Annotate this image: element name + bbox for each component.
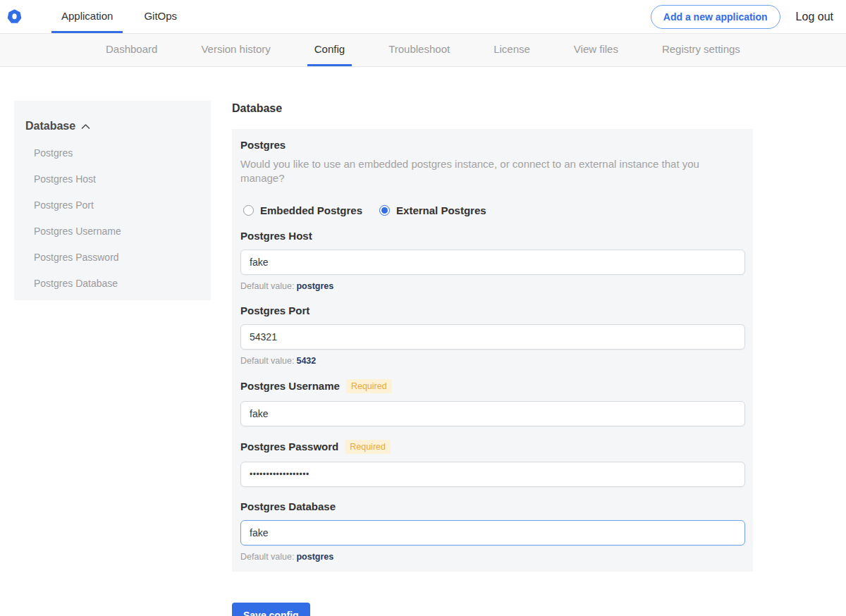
app-subnav: Dashboard Version history Config Trouble… bbox=[0, 34, 846, 67]
field-postgres-username: Postgres Username Required bbox=[240, 379, 744, 426]
field-label: Postgres Port bbox=[240, 304, 309, 316]
radio-unchecked-icon bbox=[243, 205, 254, 216]
group-description: Would you like to use an embedded postgr… bbox=[240, 157, 744, 186]
radio-checked-icon bbox=[379, 205, 390, 216]
save-config-button[interactable]: Save config bbox=[232, 603, 310, 616]
radio-embedded-postgres-label: Embedded Postgres bbox=[260, 204, 362, 216]
field-postgres-password: Postgres Password Required bbox=[240, 440, 744, 487]
required-badge: Required bbox=[345, 440, 391, 454]
sidebar-item-postgres-password[interactable]: Postgres Password bbox=[34, 252, 200, 263]
subnav-item-dashboard[interactable]: Dashboard bbox=[99, 34, 164, 66]
config-sidebar: Database Postgres Postgres Host Postgres… bbox=[14, 101, 211, 300]
radio-external-postgres[interactable]: External Postgres bbox=[379, 204, 486, 216]
header-right: Add a new application Log out bbox=[651, 0, 846, 33]
app-logo[interactable] bbox=[7, 0, 32, 33]
subnav-item-view-files[interactable]: View files bbox=[567, 34, 625, 66]
sidebar-item-postgres-port[interactable]: Postgres Port bbox=[34, 199, 200, 211]
sidebar-item-postgres-host[interactable]: Postgres Host bbox=[34, 173, 200, 185]
default-value-note: Default value:postgres bbox=[240, 552, 744, 562]
tab-gitops[interactable]: GitOps bbox=[134, 0, 187, 33]
subnav-item-license[interactable]: License bbox=[486, 34, 537, 66]
field-label: Postgres Host bbox=[240, 230, 312, 242]
field-postgres-port: Postgres Port Default value:5432 bbox=[240, 304, 744, 366]
field-label: Postgres Username bbox=[240, 380, 340, 392]
sidebar-item-postgres[interactable]: Postgres bbox=[34, 147, 200, 159]
tab-application[interactable]: Application bbox=[51, 0, 123, 33]
radio-embedded-postgres[interactable]: Embedded Postgres bbox=[243, 204, 362, 216]
group-name: Postgres bbox=[240, 139, 744, 151]
chevron-up-icon bbox=[81, 123, 90, 130]
sidebar-item-postgres-database[interactable]: Postgres Database bbox=[34, 278, 200, 289]
config-group-card: Postgres Would you like to use an embedd… bbox=[232, 129, 753, 572]
postgres-host-input[interactable] bbox=[240, 250, 745, 275]
sidebar-group-database[interactable]: Database bbox=[25, 120, 200, 133]
postgres-radio-group: Embedded Postgres External Postgres bbox=[243, 204, 744, 216]
field-postgres-database: Postgres Database Default value:postgres bbox=[240, 500, 744, 562]
postgres-port-input[interactable] bbox=[240, 324, 745, 350]
default-value-note: Default value:5432 bbox=[240, 356, 744, 366]
add-new-application-button[interactable]: Add a new application bbox=[651, 5, 780, 29]
content-area: Database Postgres Postgres Host Postgres… bbox=[0, 67, 846, 616]
subnav-item-registry-settings[interactable]: Registry settings bbox=[655, 34, 747, 66]
kots-logo-icon bbox=[7, 9, 22, 24]
postgres-database-input[interactable] bbox=[240, 520, 745, 546]
field-label: Postgres Database bbox=[240, 500, 336, 512]
default-value-note: Default value:postgres bbox=[240, 281, 744, 291]
sidebar-group-title-label: Database bbox=[25, 120, 75, 133]
subnav-item-version-history[interactable]: Version history bbox=[194, 34, 277, 66]
postgres-password-input[interactable] bbox=[240, 462, 745, 487]
primary-tabs: Application GitOps bbox=[51, 0, 198, 33]
radio-external-postgres-label: External Postgres bbox=[396, 204, 486, 216]
sidebar-item-list: Postgres Postgres Host Postgres Port Pos… bbox=[34, 147, 200, 289]
subnav-item-troubleshoot[interactable]: Troubleshoot bbox=[381, 34, 457, 66]
config-main: Database Postgres Would you like to use … bbox=[232, 101, 753, 616]
subnav-item-config[interactable]: Config bbox=[307, 34, 352, 66]
postgres-username-input[interactable] bbox=[240, 401, 745, 426]
field-label: Postgres Password bbox=[240, 441, 338, 452]
sidebar-item-postgres-username[interactable]: Postgres Username bbox=[34, 226, 200, 237]
top-header: Application GitOps Add a new application… bbox=[0, 0, 846, 34]
page-title: Database bbox=[232, 102, 753, 115]
field-postgres-host: Postgres Host Default value:postgres bbox=[240, 230, 744, 291]
logout-link[interactable]: Log out bbox=[796, 11, 833, 23]
required-badge: Required bbox=[346, 379, 392, 393]
